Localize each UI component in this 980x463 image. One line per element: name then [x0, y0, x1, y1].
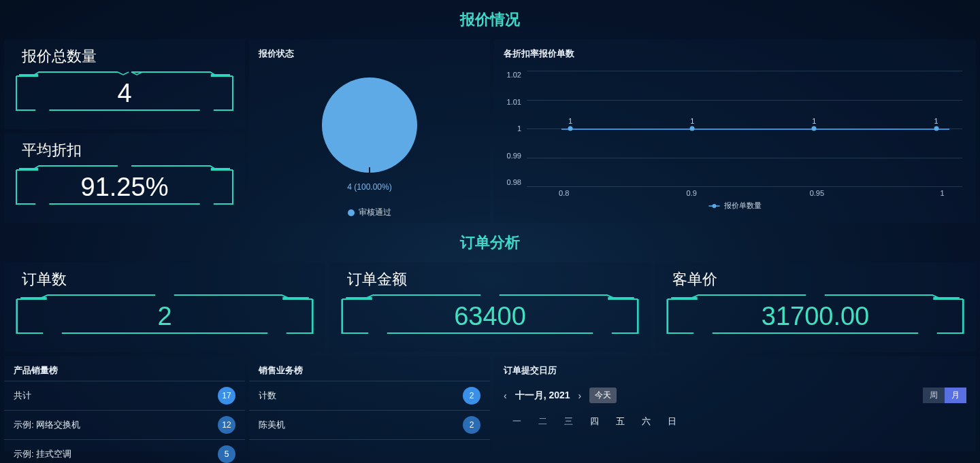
- pie-label: 4 (100.00%): [347, 182, 391, 192]
- panel-avg-discount: 平均折扣 91.25%: [4, 133, 245, 223]
- panel-order-amount: 订单金额 63400: [329, 262, 651, 352]
- avg-discount-value: 91.25%: [81, 173, 169, 202]
- svg-rect-1: [211, 74, 230, 77]
- rank-badge: 17: [218, 387, 235, 405]
- line-chart: 1.02 1.01 1 0.99 0.98 1 1 1 1 0.8 0.9 0.…: [494, 64, 976, 213]
- order-count-label: 订单数: [22, 269, 314, 290]
- calendar-title: 订单提交日历: [494, 356, 976, 381]
- list-item[interactable]: 陈美机2: [249, 411, 490, 440]
- order-amount-value: 63400: [454, 302, 526, 331]
- svg-rect-8: [671, 297, 698, 300]
- y-tick: 0.99: [501, 152, 521, 160]
- list-item[interactable]: 示例: 挂式空调5: [4, 440, 245, 463]
- order-amount-label: 订单金额: [347, 269, 640, 290]
- y-tick: 1: [501, 124, 521, 133]
- quote-status-title: 报价状态: [249, 39, 490, 64]
- calendar-next-icon[interactable]: ›: [578, 390, 582, 401]
- svg-rect-9: [933, 297, 960, 300]
- line-legend: 报价单数量: [709, 201, 762, 211]
- total-quotes-label: 报价总数量: [22, 46, 234, 67]
- rank-badge: 2: [463, 416, 480, 434]
- list-item[interactable]: 共计17: [4, 381, 245, 411]
- avg-discount-frame: 91.25%: [15, 165, 234, 209]
- pie-legend-text: 审核通过: [359, 207, 391, 218]
- panel-order-count: 订单数 2: [4, 262, 325, 352]
- discount-line-title: 各折扣率报价单数: [494, 39, 976, 64]
- rank-label: 共计: [14, 390, 31, 402]
- calendar-day-header: 一: [504, 415, 529, 428]
- section-title-orders: 订单分析: [0, 223, 980, 262]
- avg-discount-label: 平均折扣: [22, 140, 234, 160]
- svg-rect-2: [19, 168, 38, 171]
- calendar-month: 十一月, 2021: [515, 390, 570, 402]
- rank-badge: 5: [218, 445, 235, 463]
- panel-quote-status: 报价状态 4 (100.00%) 审核通过: [249, 39, 490, 223]
- rank-badge: 12: [218, 416, 235, 434]
- y-tick: 1.02: [501, 71, 521, 79]
- calendar-day-header: 四: [581, 415, 607, 428]
- svg-rect-7: [608, 297, 634, 300]
- panel-calendar: 订单提交日历 ‹ 十一月, 2021 › 今天 周 月 一二三四五六日: [494, 356, 976, 451]
- line-legend-text: 报价单数量: [724, 201, 762, 211]
- calendar-month-button[interactable]: 月: [945, 388, 966, 403]
- unit-price-label: 客单价: [672, 269, 965, 290]
- list-item[interactable]: 示例: 网络交换机12: [4, 411, 245, 440]
- section-title-quotes: 报价情况: [0, 0, 980, 39]
- product-rank-title: 产品销量榜: [4, 356, 245, 381]
- calendar-day-header: 六: [633, 415, 659, 428]
- panel-discount-line: 各折扣率报价单数 1.02 1.01 1 0.99 0.98 1 1 1 1: [494, 39, 976, 223]
- total-quotes-frame: 4: [15, 71, 234, 116]
- total-quotes-value: 4: [117, 79, 131, 108]
- calendar-day-header: 二: [529, 415, 555, 428]
- calendar-week-button[interactable]: 周: [923, 388, 945, 403]
- panel-total-quotes: 报价总数量 4: [4, 39, 245, 129]
- panel-unit-price: 客单价 31700.00: [655, 262, 976, 352]
- svg-rect-3: [211, 168, 230, 171]
- svg-rect-0: [19, 74, 38, 77]
- calendar-today-button[interactable]: 今天: [589, 388, 617, 403]
- order-count-value: 2: [157, 302, 172, 331]
- sales-rank-title: 销售业务榜: [249, 356, 490, 381]
- calendar-day-header: 日: [659, 415, 685, 428]
- calendar-prev-icon[interactable]: ‹: [504, 390, 507, 401]
- unit-price-value: 31700.00: [762, 302, 870, 331]
- panel-product-rank: 产品销量榜 共计17示例: 网络交换机12示例: 挂式空调5: [4, 356, 245, 451]
- rank-label: 陈美机: [259, 419, 285, 431]
- pie-chart: [322, 78, 417, 173]
- list-item[interactable]: 计数2: [249, 381, 490, 411]
- calendar-view-toggle: 周 月: [923, 388, 966, 403]
- pie-legend: 审核通过: [348, 207, 391, 218]
- calendar-day-header: 三: [555, 415, 581, 428]
- y-tick: 1.01: [501, 98, 521, 106]
- svg-rect-6: [346, 297, 372, 300]
- rank-label: 示例: 挂式空调: [14, 448, 71, 460]
- rank-label: 示例: 网络交换机: [14, 419, 80, 431]
- svg-rect-4: [20, 297, 47, 300]
- y-tick: 0.98: [501, 178, 521, 186]
- panel-sales-rank: 销售业务榜 计数2陈美机2: [249, 356, 490, 451]
- svg-rect-5: [282, 297, 309, 300]
- legend-dot-icon: [348, 209, 355, 216]
- calendar-day-header: 五: [607, 415, 633, 428]
- rank-badge: 2: [463, 387, 480, 405]
- legend-line-icon: [709, 205, 720, 207]
- rank-label: 计数: [259, 390, 276, 402]
